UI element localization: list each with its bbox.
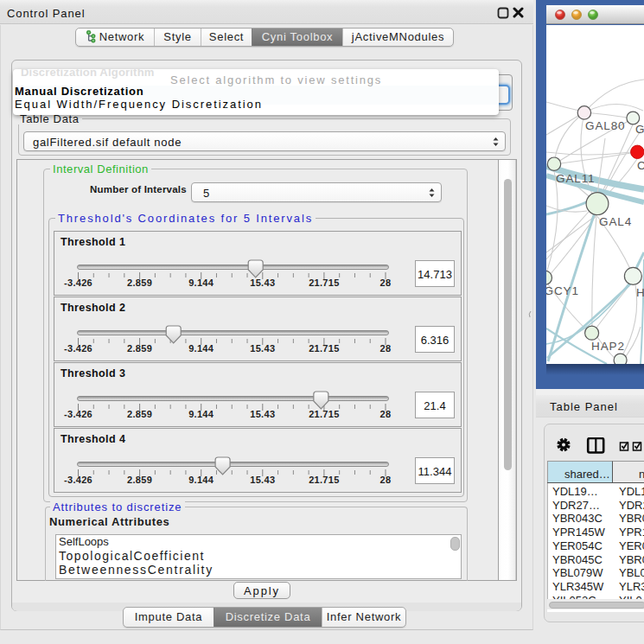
svg-text:GAL80: GAL80 (585, 119, 626, 132)
svg-text:GAL4: GAL4 (599, 215, 632, 228)
svg-text:HAP2: HAP2 (591, 340, 625, 353)
svg-text:GA: GA (635, 123, 644, 136)
svg-text:H: H (636, 286, 644, 299)
svg-text:C: C (637, 159, 644, 172)
svg-text:GAL11: GAL11 (556, 172, 596, 185)
svg-text:GCY1: GCY1 (546, 284, 579, 297)
